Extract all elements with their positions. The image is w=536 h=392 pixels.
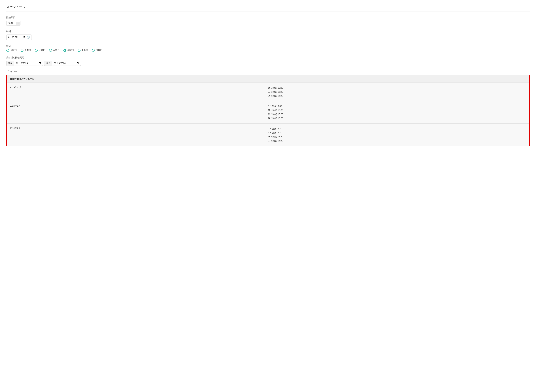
end-label: 終了 [44, 61, 52, 65]
radio-sat[interactable] [78, 49, 80, 52]
day-option-fri[interactable]: 金曜日 [63, 49, 74, 52]
day-option-mon[interactable]: 月曜日 [6, 49, 17, 52]
label-sun: 日曜日 [96, 49, 102, 52]
preview-dates-feb2024: 2日 (金) 13:30 9日 (金) 13:30 16日 (金) 13:30 … [268, 127, 526, 143]
preview-row-feb2024: 2024年2月 2日 (金) 13:30 9日 (金) 13:30 16日 (金… [7, 124, 529, 146]
preview-dates-jan2024: 5日 (金) 13:30 12日 (金) 13:30 19日 (金) 13:30… [268, 104, 526, 120]
preview-date-item: 12日 (金) 13:30 [268, 108, 526, 112]
radio-mon[interactable] [6, 49, 9, 52]
label-thu: 木曜日 [53, 49, 60, 52]
frequency-value: 毎週 [6, 21, 16, 25]
preview-label: プレビュー [6, 70, 530, 73]
radio-sun[interactable] [92, 49, 95, 52]
preview-date-item: 29日 (金) 13:30 [268, 94, 526, 98]
day-of-week-section: 曜日 月曜日 火曜日 水曜日 木曜日 金曜日 土曜日 [6, 45, 530, 52]
start-label: 開始 [6, 61, 14, 65]
day-option-sun[interactable]: 日曜日 [92, 49, 102, 52]
preview-row-dec2023: 2023年12月 15日 (金) 13:30 22日 (金) 13:30 29日… [7, 83, 529, 101]
end-date-field[interactable]: 終了 [44, 61, 81, 66]
preview-month-jan2024: 2024年1月 [10, 104, 268, 107]
preview-date-item: 9日 (金) 13:30 [268, 131, 526, 135]
end-date-input[interactable] [52, 61, 81, 65]
preview-date-item: 2日 (金) 13:30 [268, 127, 526, 131]
preview-month-dec2023: 2023年12月 [10, 86, 268, 89]
page-title: スケジュール [6, 5, 530, 9]
preview-date-item: 26日 (金) 13:30 [268, 116, 526, 120]
preview-date-item: 22日 (金) 13:30 [268, 90, 526, 94]
time-section: 時刻 🕑 [6, 30, 530, 40]
preview-date-item: 16日 (金) 13:30 [268, 135, 526, 139]
day-radio-group: 月曜日 火曜日 水曜日 木曜日 金曜日 土曜日 日曜日 [6, 49, 530, 52]
label-tue: 火曜日 [24, 49, 31, 52]
preview-table-title: 直近の配信スケジュール [7, 75, 529, 83]
frequency-dropdown-button[interactable] [16, 22, 20, 24]
radio-fri[interactable] [63, 49, 66, 52]
day-option-sat[interactable]: 土曜日 [78, 49, 88, 52]
radio-tue[interactable] [21, 49, 24, 52]
start-date-input[interactable] [14, 61, 43, 65]
label-wed: 水曜日 [39, 49, 45, 52]
repeat-period-section: 繰り返し配信期間 開始 終了 [6, 56, 530, 66]
date-range-wrapper: 開始 終了 [6, 61, 530, 66]
frequency-label: 配信頻度 [6, 16, 530, 19]
time-input-wrapper[interactable]: 🕑 [6, 35, 32, 40]
clock-icon: 🕑 [27, 36, 30, 39]
frequency-section: 配信頻度 毎週 [6, 16, 530, 26]
repeat-period-label: 繰り返し配信期間 [6, 56, 530, 59]
label-mon: 月曜日 [10, 49, 17, 52]
day-option-tue[interactable]: 火曜日 [21, 49, 31, 52]
preview-container: 直近の配信スケジュール 2023年12月 15日 (金) 13:30 22日 (… [6, 75, 530, 146]
frequency-select-wrapper[interactable]: 毎週 [6, 21, 20, 26]
day-of-week-label: 曜日 [6, 45, 530, 47]
radio-wed[interactable] [35, 49, 38, 52]
preview-row-jan2024: 2024年1月 5日 (金) 13:30 12日 (金) 13:30 19日 (… [7, 101, 529, 124]
preview-date-item: 19日 (金) 13:30 [268, 112, 526, 116]
preview-month-feb2024: 2024年2月 [10, 127, 268, 130]
preview-dates-dec2023: 15日 (金) 13:30 22日 (金) 13:30 29日 (金) 13:3… [268, 86, 526, 98]
preview-date-item: 5日 (金) 13:30 [268, 104, 526, 108]
time-input[interactable] [8, 36, 26, 39]
day-option-wed[interactable]: 水曜日 [35, 49, 45, 52]
start-date-field[interactable]: 開始 [6, 61, 43, 66]
radio-thu[interactable] [49, 49, 52, 52]
preview-date-item: 23日 (金) 13:30 [268, 139, 526, 143]
preview-date-item: 15日 (金) 13:30 [268, 86, 526, 90]
preview-section: プレビュー 直近の配信スケジュール 2023年12月 15日 (金) 13:30… [6, 70, 530, 146]
chevron-down-icon [17, 23, 19, 23]
time-label: 時刻 [6, 30, 530, 33]
day-option-thu[interactable]: 木曜日 [49, 49, 60, 52]
label-sat: 土曜日 [81, 49, 88, 52]
label-fri: 金曜日 [67, 49, 74, 52]
